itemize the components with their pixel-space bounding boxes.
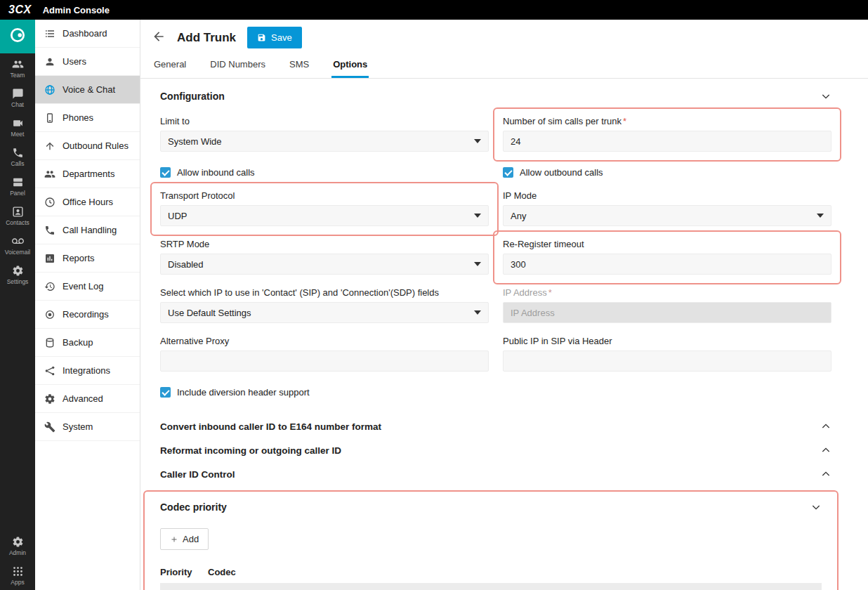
panel-icon xyxy=(12,176,24,188)
rail-item-contacts[interactable]: Contacts xyxy=(0,201,35,230)
sidebar-item-dashboard[interactable]: Dashboard xyxy=(35,20,140,48)
sidebar-item-office-hours[interactable]: Office Hours xyxy=(35,188,140,216)
rail-item-panel[interactable]: Panel xyxy=(0,171,35,201)
sidebar-item-call-handling[interactable]: Call Handling xyxy=(35,216,140,244)
tab-general[interactable]: General xyxy=(152,53,188,78)
section-title: Reformat incoming or outgoing caller ID xyxy=(160,445,341,456)
page-header: Add Trunk Save xyxy=(140,20,868,53)
chevron-up-icon[interactable] xyxy=(820,445,831,456)
sidebar-item-label: Backup xyxy=(63,337,93,348)
tab-sms[interactable]: SMS xyxy=(288,53,310,78)
rail-item-apps[interactable]: Apps xyxy=(0,560,35,590)
limit-to-select[interactable]: System Wide xyxy=(160,131,489,152)
sidebar-item-outbound-rules[interactable]: Outbound Rules xyxy=(35,132,140,160)
reregister-timeout-input[interactable] xyxy=(503,254,831,275)
rail-item-home[interactable] xyxy=(0,20,35,53)
sidebar-item-label: Users xyxy=(63,56,86,67)
3cx-orb-icon xyxy=(8,26,27,47)
section-caller-id-control[interactable]: Caller ID Control xyxy=(160,462,831,486)
sidebar-item-event-log[interactable]: Event Log xyxy=(35,273,140,301)
sidebar-item-advanced[interactable]: Advanced xyxy=(35,385,140,413)
rail-item-team[interactable]: Team xyxy=(0,53,35,83)
chevron-up-icon[interactable] xyxy=(820,468,831,480)
sidebar-item-label: Recordings xyxy=(63,309,109,320)
tab-bar: General DID Numbers SMS Options xyxy=(140,53,868,79)
add-codec-button[interactable]: Add xyxy=(160,528,209,550)
chevron-up-icon[interactable] xyxy=(820,421,831,432)
chevron-down-icon[interactable] xyxy=(810,501,822,513)
annotation-box-reregister: Re-Register timeout xyxy=(493,230,841,284)
ip-mode-value: Any xyxy=(511,211,526,221)
group-icon xyxy=(44,169,55,180)
codec-table-header: Priority Codec xyxy=(160,561,822,583)
sidebar-item-label: Reports xyxy=(63,253,95,263)
ip-mode-select[interactable]: Any xyxy=(503,205,831,226)
alternative-proxy-field: Alternative Proxy xyxy=(160,336,489,372)
rail-item-voicemail[interactable]: Voicemail xyxy=(0,230,35,260)
sim-calls-input[interactable] xyxy=(503,131,831,152)
sidebar-item-recordings[interactable]: Recordings xyxy=(35,301,140,329)
ip-in-fields-label: Select which IP to use in 'Contact' (SIP… xyxy=(160,287,489,298)
sidebar-item-reports[interactable]: Reports xyxy=(35,244,140,273)
section-title: Convert inbound caller ID to E164 number… xyxy=(160,421,381,432)
allow-inbound-checkbox[interactable] xyxy=(160,167,171,178)
ip-address-field: IP Address* xyxy=(503,287,831,323)
section-reformat-caller-id[interactable]: Reformat incoming or outgoing caller ID xyxy=(160,438,831,462)
sidebar-item-voice-chat[interactable]: Voice & Chat xyxy=(35,76,140,104)
configuration-section-header: Configuration xyxy=(160,91,831,102)
allow-outbound-field: Allow outbound calls xyxy=(503,167,831,178)
diversion-header-field: Include diversion header support xyxy=(160,387,489,398)
codec-priority-header[interactable]: Codec priority xyxy=(160,501,822,513)
public-ip-input[interactable] xyxy=(503,350,831,372)
rail-label: Settings xyxy=(7,278,29,285)
section-convert-e164[interactable]: Convert inbound caller ID to E164 number… xyxy=(160,414,831,438)
rail-item-meet[interactable]: Meet xyxy=(0,112,35,142)
reregister-timeout-label: Re-Register timeout xyxy=(503,239,831,249)
device-icon xyxy=(44,112,55,124)
tab-did-numbers[interactable]: DID Numbers xyxy=(209,53,267,78)
section-title: Caller ID Control xyxy=(160,469,235,480)
diversion-header-label: Include diversion header support xyxy=(177,387,310,398)
sidebar-item-system[interactable]: System xyxy=(35,413,140,441)
rail-label: Admin xyxy=(9,549,26,556)
rail-item-settings[interactable]: Settings xyxy=(0,260,35,289)
sidebar-item-backup[interactable]: Backup xyxy=(35,329,140,357)
srtp-mode-select[interactable]: Disabled xyxy=(160,254,489,275)
back-button[interactable] xyxy=(152,29,166,46)
transport-protocol-select[interactable]: UDP xyxy=(160,205,489,226)
required-asterisk: * xyxy=(623,116,626,126)
sidebar-item-phones[interactable]: Phones xyxy=(35,104,140,132)
allow-outbound-checkbox[interactable] xyxy=(503,167,513,178)
rail-item-admin[interactable]: Admin xyxy=(0,531,35,560)
rail-item-chat[interactable]: Chat xyxy=(0,83,35,112)
chat-icon xyxy=(12,88,24,100)
public-ip-label: Public IP in SIP via Header xyxy=(503,336,831,346)
public-ip-field: Public IP in SIP via Header xyxy=(503,336,831,372)
sidebar-item-departments[interactable]: Departments xyxy=(35,160,140,188)
sidebar-item-label: System xyxy=(63,421,93,432)
sidebar-item-label: Phones xyxy=(63,112,93,123)
caret-down-icon xyxy=(817,214,824,218)
priority-column-header: Priority xyxy=(160,567,208,577)
diversion-header-checkbox[interactable] xyxy=(160,387,171,398)
annotation-box-transport: Transport Protocol UDP xyxy=(150,182,499,236)
tab-options[interactable]: Options xyxy=(331,53,369,78)
ip-in-fields-select[interactable]: Use Default Settings xyxy=(160,302,489,323)
dashboard-icon xyxy=(44,28,55,39)
alternative-proxy-input[interactable] xyxy=(160,350,489,372)
caret-down-icon xyxy=(474,214,481,218)
sidebar-item-integrations[interactable]: Integrations xyxy=(35,357,140,385)
rail-label: Apps xyxy=(11,579,24,586)
save-button[interactable]: Save xyxy=(247,27,302,48)
rail-label: Chat xyxy=(11,101,24,108)
section-title: Codec priority xyxy=(160,501,227,513)
rail-label: Calls xyxy=(11,160,25,167)
sidebar-item-label: Integrations xyxy=(63,365,110,376)
chevron-down-icon[interactable] xyxy=(820,91,831,102)
team-icon xyxy=(12,58,24,70)
history-icon xyxy=(44,281,55,292)
required-asterisk: * xyxy=(548,287,552,298)
rail-item-calls[interactable]: Calls xyxy=(0,142,35,171)
sidebar-item-users[interactable]: Users xyxy=(35,48,140,76)
limit-to-value: System Wide xyxy=(168,136,222,147)
